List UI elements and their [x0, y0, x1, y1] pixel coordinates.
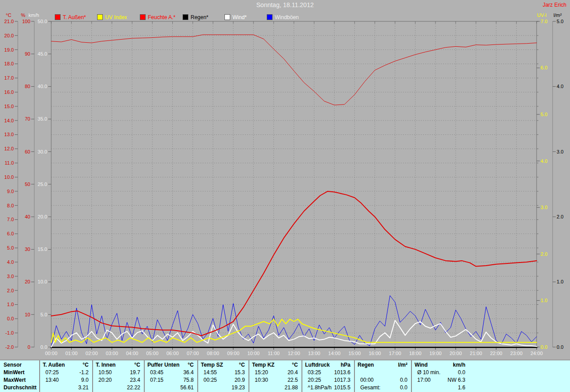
table-group-name: T. Außen — [43, 362, 65, 368]
gridlines — [51, 21, 537, 347]
svg-text:5.0: 5.0 — [41, 312, 47, 317]
svg-text:13.0: 13.0 — [4, 132, 14, 137]
svg-text:50: 50 — [25, 182, 30, 187]
table-cell-value: 21.88 — [285, 384, 298, 391]
svg-text:8.0: 8.0 — [7, 203, 14, 208]
table-cell-value: NW 6.3 — [448, 377, 465, 383]
svg-text:11:00: 11:00 — [268, 351, 280, 356]
svg-text:15:00: 15:00 — [349, 351, 361, 356]
table-group-regen: Regenl/m²00:000.0Gesamt:0.0 — [354, 360, 412, 392]
table-group-unit: °C — [83, 362, 89, 368]
table-cell-value: 22.22 — [127, 384, 140, 391]
svg-text:17:00: 17:00 — [389, 351, 401, 356]
table-cell-time: 10:30 — [255, 377, 268, 383]
table-group-temp-sz: Temp SZ°C14:5515.300:2520.919.23 — [197, 360, 249, 392]
svg-text:01:00: 01:00 — [65, 351, 78, 356]
svg-text:4.0: 4.0 — [557, 84, 563, 89]
table-cell-time: 20:20 — [98, 377, 112, 383]
svg-text:5.0: 5.0 — [541, 112, 547, 117]
svg-text:15.0: 15.0 — [4, 104, 14, 109]
y-axis-celsius: 21.020.019.018.017.016.015.014.013.012.0… — [4, 19, 18, 350]
svg-text:19.0: 19.0 — [4, 47, 14, 53]
svg-text:0.0: 0.0 — [541, 344, 547, 350]
table-cell-value: 9.0 — [81, 377, 89, 383]
table-cell-value: 1017.3 — [334, 377, 350, 383]
svg-text:4.0: 4.0 — [541, 158, 547, 164]
x-axis-labels: 00:0001:0002:0003:0004:0005:0006:0007:00… — [45, 351, 543, 356]
table-group-unit: l/m² — [398, 362, 407, 368]
svg-text:12:00: 12:00 — [288, 351, 300, 356]
table-cell-value: 15.3 — [235, 369, 245, 376]
y-axis-uv: 7.06.05.04.03.02.01.00.0 — [537, 19, 547, 350]
svg-text:02:00: 02:00 — [86, 351, 98, 356]
table-cell-time: Ø 10 min. — [417, 369, 440, 376]
table-cell-value: 1015.5 — [334, 384, 350, 391]
table-group-name: Temp KZ — [252, 362, 274, 368]
table-row-label: MaxWert — [4, 377, 26, 383]
svg-text:20.0: 20.0 — [4, 33, 14, 38]
svg-text:-1.0: -1.0 — [5, 330, 14, 335]
table-row-label: Durchschnitt — [4, 384, 37, 391]
svg-text:10:00: 10:00 — [247, 351, 260, 356]
table-group-puffer-unten: Puffer Unten°C03:4536.407:1575.856.61 — [144, 360, 198, 392]
svg-text:17.0: 17.0 — [4, 75, 14, 81]
table-group-name: Regen — [358, 362, 374, 368]
svg-text:1.0: 1.0 — [557, 279, 563, 284]
svg-text:06:00: 06:00 — [167, 351, 179, 356]
svg-text:40: 40 — [25, 214, 30, 219]
svg-text:24:00: 24:00 — [530, 351, 543, 356]
svg-text:3.0: 3.0 — [7, 274, 14, 279]
svg-text:70: 70 — [25, 116, 30, 121]
table-cell-time: 00:00 — [360, 377, 374, 383]
table-cell-value: 36.4 — [183, 369, 194, 376]
svg-text:23:00: 23:00 — [510, 351, 523, 356]
table-row-label: Sensor — [4, 362, 22, 368]
table-group-luftdruck: LuftdruckhPa03:251013.620:251017.3^1.8hP… — [301, 360, 355, 392]
table-cell-value: 3.21 — [78, 384, 89, 391]
table-cell-value: 0.0 — [400, 377, 407, 383]
svg-text:30: 30 — [25, 247, 30, 252]
table-group-name: Puffer Unten — [147, 362, 179, 368]
svg-text:18.0: 18.0 — [4, 61, 14, 66]
svg-text:21.0: 21.0 — [4, 19, 14, 24]
table-cell-time: ^1.8hPa/h — [308, 384, 332, 391]
svg-text:07:00: 07:00 — [187, 351, 199, 356]
svg-text:13:00: 13:00 — [308, 351, 321, 356]
svg-text:16:00: 16:00 — [369, 351, 381, 356]
svg-text:50.0: 50.0 — [38, 19, 47, 24]
table-group-unit: °C — [239, 362, 245, 368]
svg-text:0.0: 0.0 — [41, 344, 47, 350]
table-group-name: Wind — [415, 362, 428, 368]
table-group-unit: °C — [292, 362, 298, 368]
table-group-unit: °C — [188, 362, 194, 368]
svg-text:2.0: 2.0 — [7, 288, 14, 293]
y-axis-percent: 1009080706050403020100 — [22, 19, 34, 350]
table-group-name: Temp SZ — [201, 362, 223, 368]
table-group-temp-kz: Temp KZ°C15:2020.410:3022.521.88 — [248, 360, 302, 392]
svg-text:4.0: 4.0 — [7, 259, 14, 265]
table-cell-time: 13:40 — [45, 377, 59, 383]
table-cell-time: 03:25 — [308, 369, 321, 376]
table-cell-value: 19.7 — [130, 369, 140, 376]
table-cell-time: 07:25 — [45, 369, 59, 376]
svg-text:14.0: 14.0 — [4, 118, 14, 123]
svg-text:05:00: 05:00 — [146, 351, 159, 356]
svg-text:30.0: 30.0 — [38, 149, 47, 154]
svg-text:1.0: 1.0 — [7, 302, 14, 307]
table-group-unit: °C — [134, 362, 140, 368]
svg-text:9.0: 9.0 — [7, 189, 14, 194]
svg-text:20:00: 20:00 — [450, 351, 462, 356]
svg-text:1.0: 1.0 — [541, 298, 547, 303]
table-cell-time: 00:25 — [204, 377, 217, 383]
table-cell-time: 07:15 — [150, 377, 163, 383]
y-axis-kmh: 50.045.040.035.030.025.020.015.010.05.00… — [38, 19, 51, 350]
svg-text:7.0: 7.0 — [7, 217, 14, 222]
table-cell-value: 23.4 — [130, 377, 140, 383]
table-group-name: T. Innen — [96, 362, 116, 368]
table-cell-value: 0.0 — [458, 369, 465, 376]
svg-text:00:00: 00:00 — [45, 351, 57, 356]
svg-text:3.0: 3.0 — [541, 205, 547, 210]
table-cell-value: -1.2 — [79, 369, 89, 376]
svg-text:09:00: 09:00 — [227, 351, 240, 356]
table-cell-time: 17:00 — [417, 377, 431, 383]
